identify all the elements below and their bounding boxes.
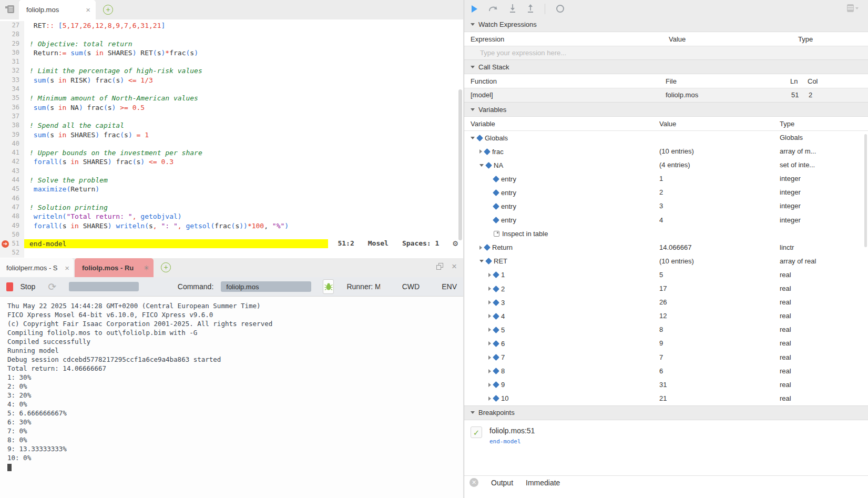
gutter-line-number[interactable]: 40 [0, 139, 24, 148]
gutter-line-number[interactable]: 44 [0, 176, 24, 185]
runner-selector[interactable]: Runner: Mo... [346, 282, 380, 291]
gutter-line-number[interactable]: 39 [0, 130, 24, 139]
breakpoints-header[interactable]: Breakpoints [464, 405, 868, 420]
code-line[interactable]: 45 maximize(Return) [0, 185, 463, 194]
variable-row[interactable]: 412real [464, 309, 868, 323]
new-tab-button[interactable]: + [103, 5, 113, 15]
code-line[interactable]: 43 [0, 167, 463, 176]
expander-icon[interactable] [479, 260, 484, 262]
code-line[interactable]: 49 forall(s in SHARES) writeln(s, ": ", … [0, 221, 463, 230]
variable-row[interactable]: 326real [464, 296, 868, 309]
variable-row[interactable]: RET(10 entries)array of real [464, 255, 868, 268]
console-tab-foliolp-running[interactable]: foliolp.mos - Ru ✳ [75, 258, 154, 277]
debug-bug-button[interactable] [323, 279, 334, 294]
code-line[interactable]: 37 [0, 112, 463, 121]
code-line[interactable]: 46 [0, 194, 463, 203]
gutter-line-number[interactable]: 32 [0, 66, 24, 75]
expander-icon[interactable] [488, 287, 491, 291]
tab-output[interactable]: Output [491, 479, 513, 487]
gutter-line-number[interactable]: 45 [0, 185, 24, 194]
variable-row[interactable]: frac(10 entries)array of m... [464, 145, 868, 158]
code-line[interactable]: 36 sum(s in NA) frac(s) >= 0.5 [0, 103, 463, 112]
code-line[interactable]: 40 [0, 139, 463, 148]
editor-tab-foliolp[interactable]: foliolp.mos × [19, 0, 96, 19]
gutter-line-number[interactable]: 31 [0, 57, 24, 66]
stop-icon[interactable] [6, 282, 13, 291]
expander-icon[interactable] [479, 246, 482, 250]
env-button[interactable]: ENV [442, 282, 457, 291]
language-mode[interactable]: Mosel [368, 239, 389, 247]
code-line[interactable]: 29! Objective: total return [0, 39, 463, 48]
code-line[interactable]: 28 [0, 30, 463, 39]
record-circle-icon[interactable] [556, 4, 565, 13]
gutter-line-number[interactable]: 42 [0, 157, 24, 166]
variable-row[interactable]: NA(4 entries)set of inte... [464, 158, 868, 172]
restore-panel-icon[interactable] [436, 263, 443, 270]
code-line[interactable]: 52 [0, 248, 463, 257]
code-line[interactable]: 47! Solution printing [0, 203, 463, 212]
gutter-line-number[interactable]: 27 [0, 21, 24, 30]
tab-immediate[interactable]: Immediate [526, 479, 560, 487]
code-line[interactable]: 48 writeln("Total return: ", getobjval) [0, 212, 463, 221]
gutter-line-number[interactable]: 28 [0, 30, 24, 39]
code-line[interactable]: 42 forall(s in SHARES) frac(s) <= 0.3 [0, 157, 463, 166]
gutter-line-number[interactable]: 43 [0, 167, 24, 176]
code-line[interactable]: 44! Solve the problem [0, 176, 463, 185]
variable-row[interactable]: 931real [464, 378, 868, 392]
expander-icon[interactable] [471, 137, 475, 139]
expander-icon[interactable] [488, 341, 491, 345]
gutter-line-number[interactable]: 36 [0, 103, 24, 112]
variable-row[interactable]: Inspect in table [464, 227, 868, 241]
variable-row[interactable]: Return14.066667linctr [464, 241, 868, 255]
call-stack-header[interactable]: Call Stack [464, 59, 868, 74]
gutter-line-number[interactable]: 52 [0, 248, 24, 257]
variable-row[interactable]: entry4integer [464, 214, 868, 227]
stop-button-label[interactable]: Stop [21, 282, 36, 291]
expander-icon[interactable] [488, 397, 491, 401]
expander-icon[interactable] [488, 369, 491, 373]
variable-row[interactable]: 77real [464, 351, 868, 364]
expander-icon[interactable] [488, 300, 491, 304]
code-line[interactable]: 27 RET:: [5,17,26,12,8,9,7,6,31,21] [0, 21, 463, 30]
close-tab-icon[interactable]: × [86, 6, 90, 14]
expander-icon[interactable] [488, 314, 491, 318]
expander-icon[interactable] [488, 355, 491, 360]
expander-icon[interactable] [479, 164, 484, 167]
breakpoint-item[interactable]: ✓ foliolp.mos:51 end-model [464, 420, 868, 458]
indent-setting[interactable]: Spaces: 1 [402, 239, 439, 247]
code-line[interactable]: 33 sum(s in RISK) frac(s) <= 1/3 [0, 76, 463, 85]
expander-icon[interactable] [479, 149, 482, 154]
console-tab-foliolperr[interactable]: foliolperr.mos - S × [0, 258, 74, 277]
breakpoint-arrow-icon[interactable]: ➔ [2, 240, 9, 248]
gutter-line-number[interactable]: 47 [0, 203, 24, 212]
gutter-line-number[interactable]: 29 [0, 39, 24, 48]
code-line[interactable]: 34 [0, 85, 463, 94]
expander-icon[interactable] [488, 383, 491, 387]
code-line[interactable]: 30 Return:= sum(s in SHARES) RET(s)*frac… [0, 48, 463, 57]
panel-menu-icon[interactable] [847, 4, 859, 12]
variable-row[interactable]: 58real [464, 323, 868, 337]
clear-output-icon[interactable]: ✕ [469, 478, 478, 487]
code-editor[interactable]: 27 RET:: [5,17,26,12,8,9,7,6,31,21]2829!… [0, 19, 463, 258]
gutter-line-number[interactable]: ➔51 [0, 239, 24, 248]
variable-row[interactable]: 15real [464, 268, 868, 282]
gutter-line-number[interactable]: 30 [0, 48, 24, 57]
variable-row[interactable]: GlobalsGlobals [464, 131, 868, 145]
variable-row[interactable]: 217real [464, 282, 868, 296]
gutter-line-number[interactable]: 50 [0, 230, 24, 239]
expander-icon[interactable] [488, 273, 491, 277]
code-line[interactable]: 41! Upper bounds on the investment per s… [0, 148, 463, 157]
new-console-tab-button[interactable]: + [161, 262, 171, 272]
continue-icon[interactable] [472, 5, 477, 13]
gutter-line-number[interactable]: 37 [0, 112, 24, 121]
rerun-icon[interactable]: ⟳ [48, 281, 56, 293]
code-line[interactable]: 38! Spend all the capital [0, 121, 463, 130]
file-list-icon[interactable] [4, 4, 16, 15]
code-line[interactable]: 35! Minimum amount of North-American val… [0, 94, 463, 103]
call-stack-row[interactable]: [model] foliolp.mos 51 2 [464, 88, 868, 102]
gutter-line-number[interactable]: 48 [0, 212, 24, 221]
gutter-line-number[interactable]: 34 [0, 85, 24, 94]
variable-row[interactable]: entry1integer [464, 172, 868, 186]
gutter-line-number[interactable]: 49 [0, 221, 24, 230]
variable-row[interactable]: 1021real [464, 392, 868, 405]
